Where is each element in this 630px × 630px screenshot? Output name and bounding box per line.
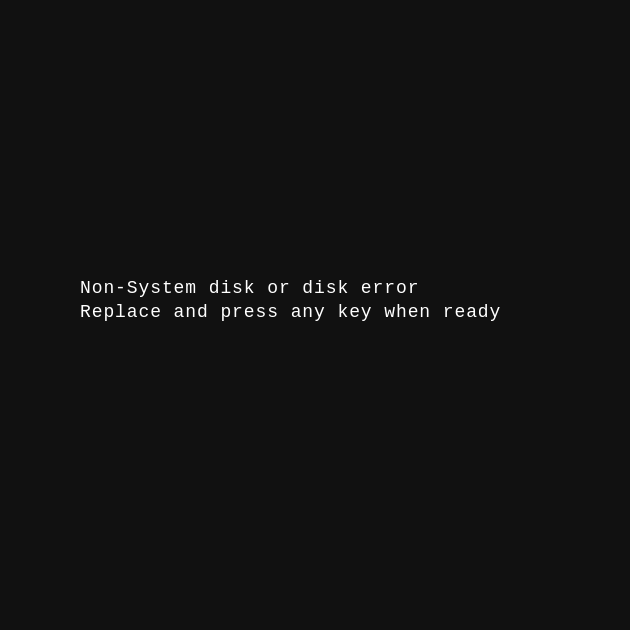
bios-screen: Non-System disk or disk error Replace an… [0, 0, 630, 630]
error-line-2: Replace and press any key when ready [80, 302, 501, 322]
error-message-block: Non-System disk or disk error Replace an… [80, 278, 501, 322]
error-line-1: Non-System disk or disk error [80, 278, 501, 298]
